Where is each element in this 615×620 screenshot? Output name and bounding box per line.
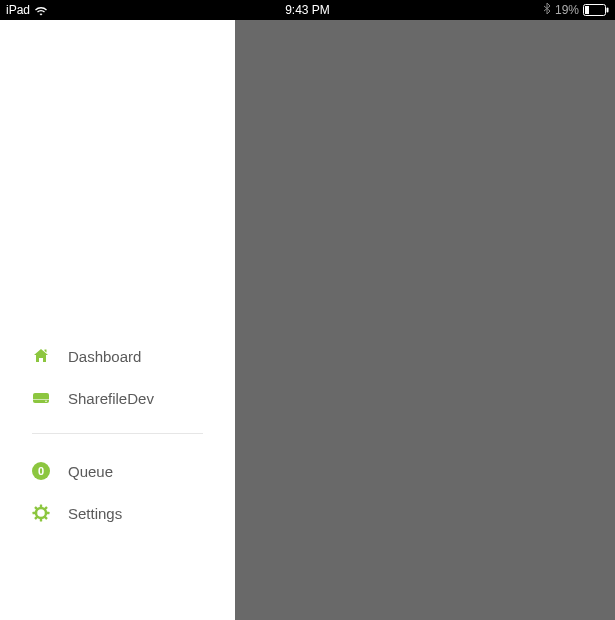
battery-percent: 19% (555, 3, 579, 17)
sidebar-item-sharefiledev[interactable]: SharefileDev (0, 377, 235, 419)
sidebar-divider (32, 433, 203, 434)
sidebar-item-dashboard[interactable]: Dashboard (0, 335, 235, 377)
disk-icon (32, 389, 50, 407)
status-left: iPad (6, 3, 48, 17)
queue-count-badge: 0 (32, 462, 50, 480)
bluetooth-icon (543, 2, 551, 18)
queue-badge-icon: 0 (32, 462, 50, 480)
sidebar-item-label: Settings (68, 505, 122, 522)
svg-rect-4 (33, 399, 49, 400)
svg-point-5 (45, 400, 47, 402)
battery-icon (583, 4, 609, 16)
main-content-overlay (235, 20, 615, 620)
sidebar-item-label: Queue (68, 463, 113, 480)
home-icon (32, 347, 50, 365)
sidebar-item-settings[interactable]: Settings (0, 492, 235, 534)
svg-point-14 (36, 508, 46, 518)
sidebar-item-queue[interactable]: 0 Queue (0, 450, 235, 492)
svg-rect-1 (585, 6, 589, 14)
status-right: 19% (543, 2, 609, 18)
sidebar-item-label: SharefileDev (68, 390, 154, 407)
status-time: 9:43 PM (285, 3, 330, 17)
svg-rect-2 (607, 8, 609, 13)
device-label: iPad (6, 3, 30, 17)
gear-icon (32, 504, 50, 522)
sidebar: Dashboard SharefileDev 0 Queue (0, 20, 235, 620)
wifi-icon (34, 3, 48, 17)
status-bar: iPad 9:43 PM 19% (0, 0, 615, 20)
sidebar-item-label: Dashboard (68, 348, 141, 365)
